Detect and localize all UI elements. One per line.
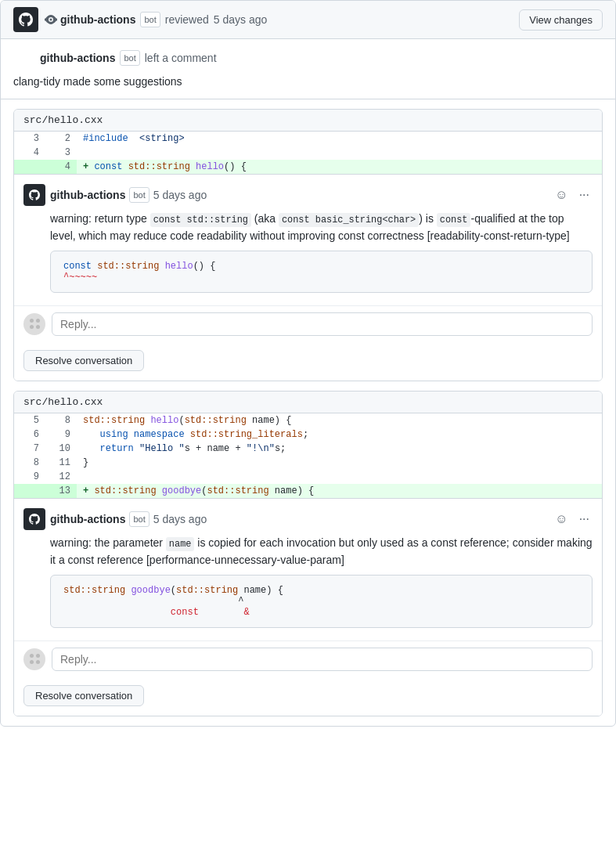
resolve-button-1[interactable]: Resolve conversation [23, 350, 144, 371]
eye-icon [45, 13, 57, 26]
inline-comment-thread-1: github-actions bot 5 days ago ☺ ··· warn… [14, 174, 602, 381]
github-logo-icon [19, 13, 33, 27]
diff-table-1: 3 2 #include <string> 4 3 4 + const std:… [14, 132, 602, 174]
line-num-new: 4 [45, 160, 77, 174]
inline-code-1: const std::string [150, 213, 251, 227]
comment-meta-2: github-actions bot 5 days ago [50, 511, 547, 527]
comment-body-1: warning: return type const std::string (… [50, 211, 593, 244]
comment-author-1: github-actions [50, 189, 125, 201]
top-comment-author: github-actions [40, 52, 115, 64]
comment-header-2: github-actions bot 5 days ago ☺ ··· [23, 508, 593, 530]
line-code-add-2: + std::string goodbye(std::string name) … [77, 484, 602, 498]
github-logo-icon-3 [29, 189, 40, 200]
suggestion-line-2: ^~~~~~ [63, 272, 579, 283]
comment-meta-1: github-actions bot 5 days ago [50, 187, 547, 203]
diff-table-2: 5 8 std::string hello(std::string name) … [14, 413, 602, 498]
emoji-button-2[interactable]: ☺ [552, 511, 571, 528]
file-header-1: src/hello.cxx [14, 110, 602, 132]
top-comment-text: clang-tidy made some suggestions [13, 75, 603, 99]
suggestion-block-2: std::string goodbye(std::string name) { … [50, 575, 593, 628]
line-num-old: 5 [14, 413, 45, 428]
suggestion-line-2-2: ^ [63, 596, 579, 607]
line-code: return "Hello "s + name + "!\n"s; [77, 442, 602, 456]
more-button-2[interactable]: ··· [576, 511, 593, 528]
header-author: github-actions [60, 13, 135, 26]
reply-area-2 [14, 641, 602, 677]
header-avatar [13, 7, 38, 32]
comment-author-2: github-actions [50, 513, 125, 525]
diff-row: 8 11 } [14, 456, 602, 470]
resolve-area-2: Resolve conversation [14, 677, 602, 716]
file-review-block-2: src/hello.cxx 5 8 std::string hello(std:… [13, 391, 603, 716]
diff-row: 7 10 return "Hello "s + name + "!\n"s; [14, 442, 602, 456]
suggestion-line-2-3: const & [63, 607, 579, 618]
line-code [77, 146, 602, 160]
line-code: } [77, 456, 602, 470]
resolve-button-2[interactable]: Resolve conversation [23, 685, 144, 706]
comment-avatar-2 [23, 508, 45, 530]
top-comment-avatar [13, 47, 35, 69]
header-action: reviewed [165, 13, 209, 26]
line-num-old: 6 [14, 428, 45, 442]
github-logo-icon-4 [29, 514, 40, 525]
diff-row: 9 12 [14, 470, 602, 484]
dots-icon-2 [27, 651, 43, 667]
line-num-new: 3 [45, 146, 77, 160]
review-container: github-actions bot reviewed 5 days ago V… [0, 0, 616, 727]
suggestion-line-1: const std::string hello() { [63, 261, 579, 272]
review-header: github-actions bot reviewed 5 days ago V… [1, 1, 615, 39]
github-logo-icon-2 [13, 47, 26, 60]
reply-input-1[interactable] [52, 312, 593, 336]
line-num-old [14, 160, 45, 174]
inline-comment-thread-2: github-actions bot 5 days ago ☺ ··· warn… [14, 498, 602, 716]
line-num-new: 2 [45, 132, 77, 146]
header-bot-badge: bot [140, 12, 160, 27]
top-comment-container: github-actions bot left a comment clang-… [1, 39, 615, 99]
view-changes-button[interactable]: View changes [519, 9, 603, 31]
line-code: std::string hello(std::string name) { [77, 413, 602, 428]
line-num-old: 4 [14, 146, 45, 160]
diff-row: 5 8 std::string hello(std::string name) … [14, 413, 602, 428]
line-num-old [14, 484, 45, 498]
reply-input-2[interactable] [52, 648, 593, 671]
comment-bot-badge-2: bot [129, 511, 149, 527]
diff-row: 6 9 using namespace std::string_literals… [14, 428, 602, 442]
line-code [77, 470, 602, 484]
reply-avatar-2 [23, 648, 45, 670]
line-num-old: 9 [14, 470, 45, 484]
top-comment-header: github-actions bot left a comment [13, 39, 603, 75]
header-timestamp: 5 days ago [214, 13, 268, 26]
inline-code-4: name [166, 537, 195, 551]
line-code-add: + const std::string hello() { [77, 160, 602, 174]
diff-row-add-2: 13 + std::string goodbye(std::string nam… [14, 484, 602, 498]
line-code: #include <string> [77, 132, 602, 146]
file-header-2: src/hello.cxx [14, 392, 602, 413]
line-num-new: 8 [45, 413, 77, 428]
line-num-old: 8 [14, 456, 45, 470]
comment-actions-1: ☺ ··· [552, 186, 593, 204]
inline-code-2: const basic_string<char> [279, 213, 419, 227]
line-num-new: 9 [45, 428, 77, 442]
inline-code-3: const [437, 213, 471, 227]
resolve-area-1: Resolve conversation [14, 342, 602, 381]
line-num-new: 11 [45, 456, 77, 470]
comment-bot-badge-1: bot [129, 187, 149, 203]
line-num-old: 3 [14, 132, 45, 146]
top-comment-action: left a comment [145, 52, 217, 64]
top-comment-bot-badge: bot [120, 50, 139, 66]
comment-timestamp-1: 5 days ago [153, 189, 207, 201]
suggestion-block-1: const std::string hello() { ^~~~~~ [50, 251, 593, 293]
line-num-new: 13 [45, 484, 77, 498]
line-code: using namespace std::string_literals; [77, 428, 602, 442]
diff-row-add: 4 + const std::string hello() { [14, 160, 602, 174]
diff-row: 4 3 [14, 146, 602, 160]
diff-row: 3 2 #include <string> [14, 132, 602, 146]
comment-body-2: warning: the parameter name is copied fo… [50, 535, 593, 568]
emoji-button-1[interactable]: ☺ [552, 186, 571, 204]
header-meta: github-actions bot reviewed 5 days ago [60, 12, 519, 27]
more-button-1[interactable]: ··· [576, 186, 593, 204]
line-num-new: 10 [45, 442, 77, 456]
file-review-block-1: src/hello.cxx 3 2 #include <string> 4 3 … [13, 109, 603, 381]
reply-avatar-1 [23, 313, 45, 335]
line-num-new: 12 [45, 470, 77, 484]
